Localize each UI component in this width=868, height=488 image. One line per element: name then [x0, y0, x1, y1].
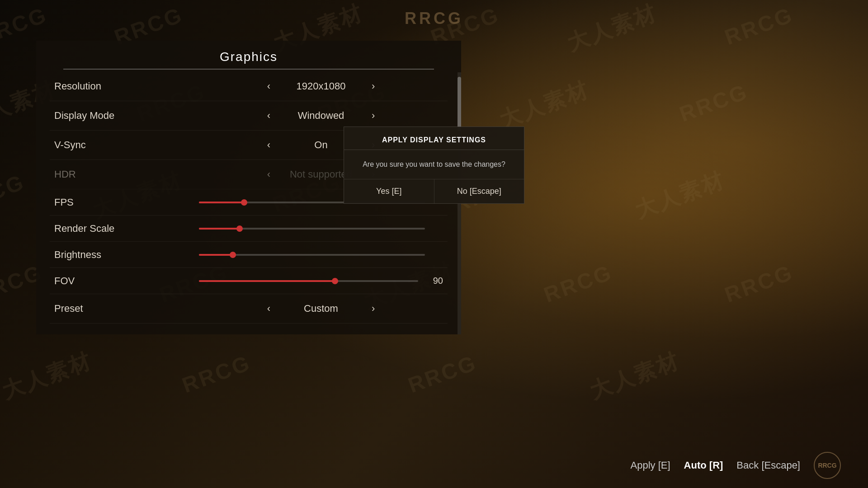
- modal-title: APPLY DISPLAY SETTINGS: [344, 127, 524, 150]
- modal-no-button[interactable]: No [Escape]: [434, 179, 524, 203]
- modal-body: Are you sure you want to save the change…: [344, 150, 524, 179]
- modal-overlay: APPLY DISPLAY SETTINGS Are you sure you …: [0, 0, 868, 488]
- modal-yes-button[interactable]: Yes [E]: [344, 179, 434, 203]
- modal-box: APPLY DISPLAY SETTINGS Are you sure you …: [344, 127, 524, 204]
- modal-buttons: Yes [E] No [Escape]: [344, 179, 524, 203]
